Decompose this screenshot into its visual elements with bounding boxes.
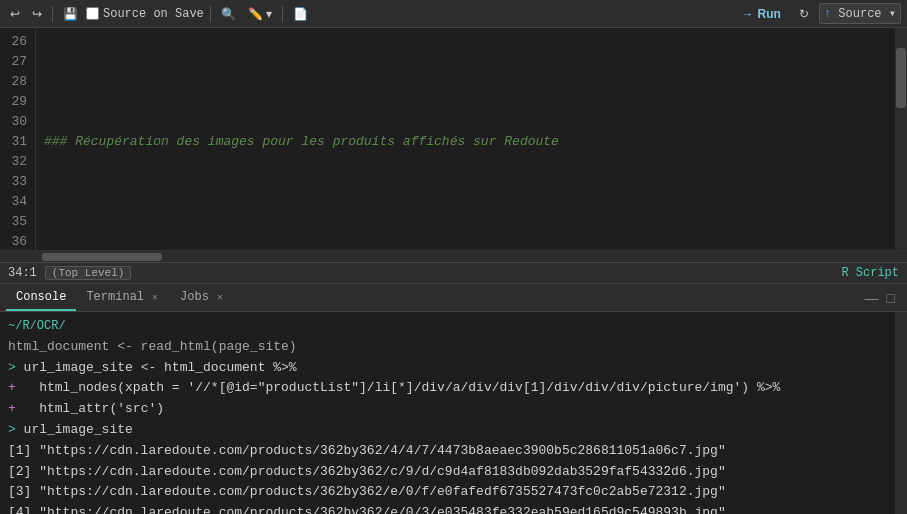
- console-line-3: + html_nodes(xpath = '//*[@id="productLi…: [8, 378, 887, 399]
- console-line-1: html_document <- read_html(page_site): [8, 337, 887, 358]
- console-output-1: [1] "https://cdn.laredoute.com/products/…: [8, 441, 887, 462]
- terminal-tab-close[interactable]: ✕: [150, 291, 160, 303]
- tab-jobs[interactable]: Jobs ✕: [170, 284, 235, 311]
- source-dropdown[interactable]: ↑ Source ▾: [819, 3, 901, 24]
- editor-vertical-scrollbar[interactable]: [895, 28, 907, 250]
- search-button[interactable]: 🔍: [217, 5, 240, 23]
- console-line-5: > url_image_site: [8, 420, 887, 441]
- tab-console[interactable]: Console: [6, 284, 76, 311]
- console-line-4: + html_attr('src'): [8, 399, 887, 420]
- toolbar-sep3: [282, 6, 283, 22]
- maximize-panel-button[interactable]: □: [885, 288, 897, 308]
- code-lines[interactable]: ### Récupération des images pour les pro…: [36, 28, 895, 250]
- console-output-4: [4] "https://cdn.laredoute.com/products/…: [8, 503, 887, 514]
- redo-button[interactable]: ↪: [28, 5, 46, 23]
- bottom-panel: Console Terminal ✕ Jobs ✕ — □ ~/R/OCR/ h…: [0, 284, 907, 514]
- h-scrollbar-thumb[interactable]: [42, 253, 162, 261]
- console-line-2: > url_image_site <- html_document %>%: [8, 358, 887, 379]
- tab-terminal[interactable]: Terminal ✕: [76, 284, 170, 311]
- console-tab-bar: Console Terminal ✕ Jobs ✕ — □: [0, 284, 907, 312]
- source-label: Source: [838, 7, 881, 21]
- language-indicator: R Script: [841, 266, 899, 280]
- minimize-panel-button[interactable]: —: [863, 288, 881, 308]
- line-numbers: 26 27 28 29 30 31 32 33 34 35 36: [0, 28, 36, 250]
- compile-button[interactable]: 📄: [289, 5, 312, 23]
- code-editor: 26 27 28 29 30 31 32 33 34 35 36 ### Réc…: [0, 28, 907, 250]
- cursor-position: 34:1: [8, 266, 37, 280]
- code-line-27: ### Récupération des images pour les pro…: [44, 132, 887, 152]
- console-output-2: [2] "https://cdn.laredoute.com/products/…: [8, 462, 887, 483]
- run-label: Run: [758, 7, 781, 21]
- console-path-line: ~/R/OCR/: [8, 316, 887, 337]
- console-vertical-scrollbar[interactable]: [895, 312, 907, 514]
- save-button[interactable]: 💾: [59, 5, 82, 23]
- code-level[interactable]: (Top Level): [45, 266, 132, 280]
- source-on-save-label[interactable]: Source on Save: [86, 7, 204, 21]
- source-on-save-text: Source on Save: [103, 7, 204, 21]
- scrollbar-thumb[interactable]: [896, 48, 906, 108]
- console-tab-label: Console: [16, 290, 66, 304]
- toolbar-separator: [52, 6, 53, 22]
- console-panel-inner: ~/R/OCR/ html_document <- read_html(page…: [0, 312, 907, 514]
- toolbar-sep2: [210, 6, 211, 22]
- source-on-save-checkbox[interactable]: [86, 7, 99, 20]
- code-tools-button[interactable]: ✏️ ▾: [244, 5, 276, 23]
- run-button[interactable]: → Run: [734, 5, 789, 23]
- console-output-3: [3] "https://cdn.laredoute.com/products/…: [8, 482, 887, 503]
- panel-icon-buttons: — □: [859, 284, 901, 311]
- re-run-button[interactable]: ↻: [793, 5, 815, 23]
- jobs-tab-label: Jobs: [180, 290, 209, 304]
- status-bar: 34:1 (Top Level) R Script: [0, 262, 907, 284]
- console-output[interactable]: ~/R/OCR/ html_document <- read_html(page…: [0, 312, 895, 514]
- code-line-28: [44, 192, 887, 212]
- terminal-tab-label: Terminal: [86, 290, 144, 304]
- horizontal-scrollbar[interactable]: [0, 250, 907, 262]
- working-dir: ~/R/OCR/: [8, 319, 66, 333]
- h-scrollbar-track: [2, 253, 905, 261]
- editor-toolbar: ↩ ↪ 💾 Source on Save 🔍 ✏️ ▾ 📄 → Run ↻ ↑ …: [0, 0, 907, 28]
- jobs-tab-close[interactable]: ✕: [215, 291, 225, 303]
- code-line-26: [44, 72, 887, 92]
- undo-button[interactable]: ↩: [6, 5, 24, 23]
